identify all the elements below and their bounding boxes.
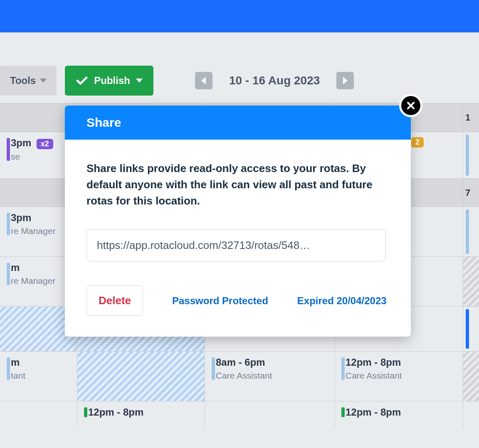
shift-cell[interactable] bbox=[463, 257, 479, 306]
shift-indicator bbox=[84, 407, 87, 417]
shift-cell[interactable]: m tant bbox=[0, 352, 77, 401]
table-row[interactable]: m tant 8am - 6pm Care Assistant 12pm - 8… bbox=[0, 351, 479, 401]
caret-down-icon bbox=[40, 79, 47, 83]
date-navigation: 10 - 16 Aug 2023 bbox=[195, 72, 354, 89]
check-icon bbox=[76, 76, 88, 85]
shift-role: re Manager bbox=[11, 226, 70, 236]
shift-indicator bbox=[466, 309, 469, 349]
secondary-bar bbox=[0, 32, 479, 58]
chevron-left-icon bbox=[201, 77, 206, 84]
shift-cell[interactable] bbox=[463, 352, 479, 401]
expired-link[interactable]: Expired 20/04/2023 bbox=[297, 295, 387, 307]
shift-time: m bbox=[11, 357, 70, 368]
shift-role: tant bbox=[11, 371, 70, 381]
shift-time: 8am - 6pm bbox=[216, 357, 328, 368]
shift-indicator bbox=[7, 138, 10, 161]
caret-down-icon bbox=[136, 79, 143, 83]
shift-indicator bbox=[212, 357, 215, 380]
shift-count-badge: x2 bbox=[37, 139, 53, 149]
shift-time: 12pm - 8pm bbox=[346, 406, 456, 418]
header-cell-rightmost: 1 bbox=[463, 103, 479, 132]
shift-indicator bbox=[7, 263, 10, 285]
share-modal: Share Share links provide read-only acce… bbox=[65, 106, 411, 337]
header-cell: 7 bbox=[463, 179, 479, 207]
shift-cell[interactable]: 12pm - 8pm Care Assistant bbox=[335, 352, 463, 401]
shift-cell[interactable]: 8am - 6pm Care Assistant bbox=[205, 352, 335, 401]
close-icon bbox=[406, 101, 415, 110]
shift-role: re Manager bbox=[11, 276, 70, 286]
shift-cell[interactable] bbox=[463, 207, 479, 256]
shift-role: t bbox=[408, 150, 456, 160]
tools-button[interactable]: Tools bbox=[0, 66, 57, 96]
shift-cell[interactable] bbox=[77, 352, 205, 401]
prev-week-button[interactable] bbox=[195, 72, 212, 89]
shift-indicator bbox=[7, 213, 10, 235]
header-col-label: 7 bbox=[465, 187, 470, 198]
shift-role: Care Assistant bbox=[216, 371, 328, 381]
shift-indicator bbox=[466, 209, 469, 254]
shift-indicator bbox=[7, 357, 10, 380]
top-app-bar bbox=[0, 0, 479, 32]
modal-title: Share bbox=[65, 106, 411, 140]
share-link-input[interactable]: https://app.rotacloud.com/32713/rotas/54… bbox=[86, 229, 386, 261]
shift-cell[interactable]: 12pm - 8pm bbox=[77, 401, 205, 428]
shift-cell[interactable] bbox=[463, 132, 479, 178]
shift-cell[interactable] bbox=[0, 401, 77, 428]
delete-button[interactable]: Delete bbox=[86, 286, 143, 316]
shift-time: 3pm bbox=[11, 212, 70, 224]
share-link-value: https://app.rotacloud.com/32713/rotas/54… bbox=[97, 239, 310, 252]
shift-indicator bbox=[341, 357, 345, 380]
shift-time: 12pm - 8pm bbox=[88, 406, 198, 418]
modal-actions: Delete Password Protected Expired 20/04/… bbox=[86, 286, 389, 316]
shift-role: se bbox=[11, 152, 70, 162]
header-col-label: 1 bbox=[465, 112, 470, 123]
publish-button[interactable]: Publish bbox=[65, 66, 153, 96]
tools-button-label: Tools bbox=[10, 75, 36, 86]
shift-indicator bbox=[341, 407, 345, 417]
shift-time: 3pm bbox=[11, 137, 31, 148]
next-week-button[interactable] bbox=[336, 72, 354, 89]
shift-indicator bbox=[466, 135, 469, 176]
date-range-label: 10 - 16 Aug 2023 bbox=[229, 74, 320, 87]
shift-cell[interactable]: 12pm - 8pm bbox=[335, 401, 463, 428]
close-button[interactable] bbox=[399, 94, 422, 117]
shift-role: Care Assistant bbox=[346, 371, 456, 381]
modal-description: Share links provide read-only access to … bbox=[86, 160, 389, 209]
publish-button-label: Publish bbox=[94, 75, 130, 86]
chevron-right-icon bbox=[343, 77, 348, 84]
table-row[interactable]: 12pm - 8pm 12pm - 8pm bbox=[0, 401, 479, 428]
shift-time: m bbox=[11, 262, 70, 273]
shift-time: 12pm - 8pm bbox=[346, 357, 456, 368]
shift-cell[interactable] bbox=[463, 307, 479, 351]
modal-body: Share links provide read-only access to … bbox=[65, 140, 411, 337]
shift-cell[interactable] bbox=[205, 401, 335, 428]
password-protected-link[interactable]: Password Protected bbox=[172, 295, 268, 307]
shift-cell[interactable] bbox=[463, 401, 479, 428]
shift-count-badge: 2 bbox=[411, 137, 424, 148]
